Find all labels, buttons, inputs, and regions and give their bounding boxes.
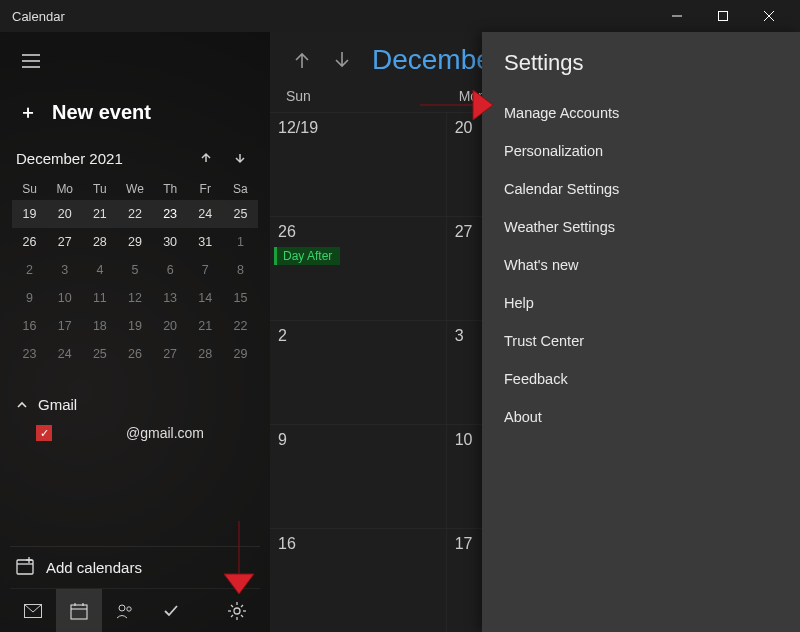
- minical-day[interactable]: 7: [188, 256, 223, 284]
- people-nav-button[interactable]: [102, 589, 148, 632]
- svg-point-16: [119, 605, 125, 611]
- minical-day[interactable]: 21: [82, 200, 117, 228]
- minical-day[interactable]: 21: [188, 312, 223, 340]
- minical-day[interactable]: 26: [117, 340, 152, 368]
- minical-day[interactable]: 8: [223, 256, 258, 284]
- minical-day[interactable]: 12: [117, 284, 152, 312]
- minical-day[interactable]: 25: [82, 340, 117, 368]
- hamburger-menu-button[interactable]: [10, 42, 52, 80]
- minical-day[interactable]: 16: [12, 312, 47, 340]
- minical-day[interactable]: 6: [153, 256, 188, 284]
- minical-next-button[interactable]: [226, 146, 254, 170]
- minical-day[interactable]: 24: [47, 340, 82, 368]
- svg-rect-12: [71, 605, 87, 619]
- window-title: Calendar: [12, 9, 65, 24]
- minical-day[interactable]: 30: [153, 228, 188, 256]
- minical-day[interactable]: 17: [47, 312, 82, 340]
- minical-dow: We: [117, 178, 152, 200]
- minical-day[interactable]: 2: [12, 256, 47, 284]
- minical-day[interactable]: 11: [82, 284, 117, 312]
- minical-day[interactable]: 29: [223, 340, 258, 368]
- minical-day[interactable]: 23: [153, 200, 188, 228]
- minical-dow: Sa: [223, 178, 258, 200]
- minical-day[interactable]: 26: [12, 228, 47, 256]
- calendar-cell-number: 26: [278, 223, 296, 240]
- people-icon: [116, 602, 134, 620]
- prev-period-button[interactable]: [286, 44, 318, 76]
- minical-day[interactable]: 22: [223, 312, 258, 340]
- add-calendar-icon: [16, 557, 34, 578]
- calendar-account-email: @gmail.com: [62, 425, 254, 441]
- settings-item-about[interactable]: About: [504, 398, 778, 436]
- calendar-cell[interactable]: 9: [270, 425, 447, 528]
- minical-day[interactable]: 20: [47, 200, 82, 228]
- maximize-button[interactable]: [700, 0, 746, 32]
- settings-item-trust-center[interactable]: Trust Center: [504, 322, 778, 360]
- todo-nav-button[interactable]: [148, 589, 194, 632]
- next-period-button[interactable]: [326, 44, 358, 76]
- minical-day[interactable]: 10: [47, 284, 82, 312]
- settings-item-manage-accounts[interactable]: Manage Accounts: [504, 94, 778, 132]
- gear-icon: [228, 602, 246, 620]
- minimize-button[interactable]: [654, 0, 700, 32]
- minical-day[interactable]: 24: [188, 200, 223, 228]
- settings-item-weather-settings[interactable]: Weather Settings: [504, 208, 778, 246]
- minical-dow: Th: [153, 178, 188, 200]
- close-button[interactable]: [746, 0, 792, 32]
- minical-day[interactable]: 13: [153, 284, 188, 312]
- minical-day[interactable]: 18: [82, 312, 117, 340]
- calendar-account-item[interactable]: ✓ @gmail.com: [16, 419, 254, 447]
- calendar-cell[interactable]: 2: [270, 321, 447, 424]
- new-event-label: New event: [52, 101, 151, 124]
- minical-month-label: December 2021: [16, 150, 123, 167]
- minical-day[interactable]: 19: [12, 200, 47, 228]
- mail-nav-button[interactable]: [10, 589, 56, 632]
- minical-day[interactable]: 27: [153, 340, 188, 368]
- minical-dow: Mo: [47, 178, 82, 200]
- calendar-nav-button[interactable]: [56, 589, 102, 632]
- minical-day[interactable]: 4: [82, 256, 117, 284]
- minical-day[interactable]: 15: [223, 284, 258, 312]
- svg-line-24: [241, 615, 243, 617]
- minical-day[interactable]: 19: [117, 312, 152, 340]
- minical-day[interactable]: 5: [117, 256, 152, 284]
- minical-day[interactable]: 28: [82, 228, 117, 256]
- minical-day[interactable]: 22: [117, 200, 152, 228]
- minical-day[interactable]: 9: [12, 284, 47, 312]
- checkmark-icon: [162, 602, 180, 620]
- minical-day[interactable]: 3: [47, 256, 82, 284]
- annotation-arrow-settings-gear: [216, 516, 262, 596]
- calendar-cell[interactable]: 12/19: [270, 113, 447, 216]
- new-event-button[interactable]: ＋ New event: [10, 92, 260, 132]
- minical-prev-button[interactable]: [192, 146, 220, 170]
- add-calendars-label: Add calendars: [46, 559, 142, 576]
- svg-rect-1: [719, 12, 728, 21]
- minical-day[interactable]: 31: [188, 228, 223, 256]
- settings-item-calendar-settings[interactable]: Calendar Settings: [504, 170, 778, 208]
- calendar-cell-number: 9: [278, 431, 287, 448]
- calendar-cell[interactable]: 26Day After: [270, 217, 447, 320]
- minical-dow: Fr: [188, 178, 223, 200]
- minical-day[interactable]: 1: [223, 228, 258, 256]
- svg-line-26: [231, 615, 233, 617]
- minical-day[interactable]: 29: [117, 228, 152, 256]
- calendar-cell-number: 2: [278, 327, 287, 344]
- minical-day[interactable]: 28: [188, 340, 223, 368]
- mail-icon: [24, 604, 42, 618]
- minical-day[interactable]: 23: [12, 340, 47, 368]
- calendar-cell-number: 3: [455, 327, 464, 344]
- event-chip[interactable]: Day After: [274, 247, 340, 265]
- settings-item-help[interactable]: Help: [504, 284, 778, 322]
- settings-item-personalization[interactable]: Personalization: [504, 132, 778, 170]
- settings-panel: Settings Manage AccountsPersonalizationC…: [482, 32, 800, 632]
- window-controls: [654, 0, 792, 32]
- minical-day[interactable]: 14: [188, 284, 223, 312]
- settings-item-feedback[interactable]: Feedback: [504, 360, 778, 398]
- minical-day[interactable]: 27: [47, 228, 82, 256]
- settings-item-what-s-new[interactable]: What's new: [504, 246, 778, 284]
- account-group-toggle[interactable]: Gmail: [16, 390, 254, 419]
- minical-day[interactable]: 20: [153, 312, 188, 340]
- calendar-checkbox-icon[interactable]: ✓: [36, 425, 52, 441]
- calendar-cell[interactable]: 16: [270, 529, 447, 632]
- minical-day[interactable]: 25: [223, 200, 258, 228]
